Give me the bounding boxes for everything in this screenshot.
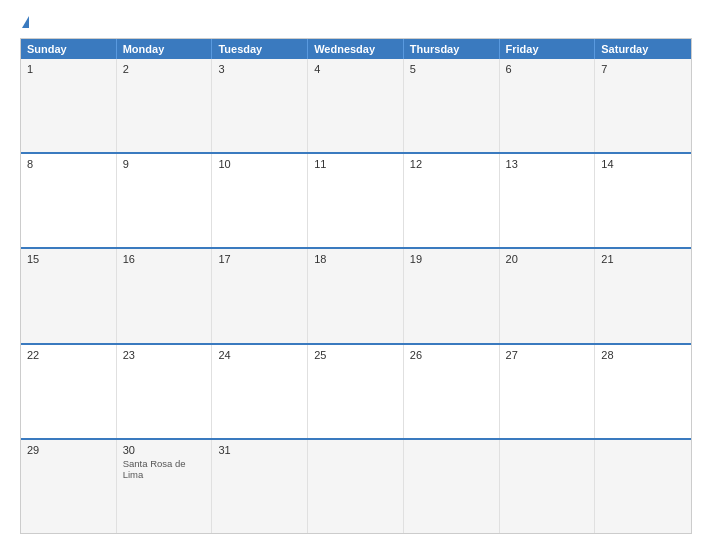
calendar-cell: 12 — [404, 154, 500, 247]
header-tuesday: Tuesday — [212, 39, 308, 59]
day-number: 29 — [27, 444, 110, 456]
calendar-cell — [595, 440, 691, 533]
day-number: 8 — [27, 158, 110, 170]
header-friday: Friday — [500, 39, 596, 59]
calendar-week-4: 22232425262728 — [21, 343, 691, 438]
calendar-cell: 13 — [500, 154, 596, 247]
day-number: 23 — [123, 349, 206, 361]
calendar-header: Sunday Monday Tuesday Wednesday Thursday… — [21, 39, 691, 59]
calendar-cell: 24 — [212, 345, 308, 438]
calendar-cell: 5 — [404, 59, 500, 152]
logo-triangle-icon — [22, 16, 29, 28]
day-number: 16 — [123, 253, 206, 265]
calendar-cell — [500, 440, 596, 533]
calendar-cell: 26 — [404, 345, 500, 438]
calendar-cell: 27 — [500, 345, 596, 438]
holiday-label: Santa Rosa de Lima — [123, 458, 206, 481]
day-number: 31 — [218, 444, 301, 456]
page: Sunday Monday Tuesday Wednesday Thursday… — [0, 0, 712, 550]
day-number: 25 — [314, 349, 397, 361]
calendar-cell: 29 — [21, 440, 117, 533]
day-number: 27 — [506, 349, 589, 361]
day-number: 9 — [123, 158, 206, 170]
calendar-cell: 21 — [595, 249, 691, 342]
calendar-cell: 2 — [117, 59, 213, 152]
calendar-cell: 1 — [21, 59, 117, 152]
calendar-week-2: 891011121314 — [21, 152, 691, 247]
header — [20, 16, 692, 28]
day-number: 18 — [314, 253, 397, 265]
day-number: 19 — [410, 253, 493, 265]
calendar-cell: 15 — [21, 249, 117, 342]
calendar-cell: 20 — [500, 249, 596, 342]
calendar-cell: 11 — [308, 154, 404, 247]
header-monday: Monday — [117, 39, 213, 59]
calendar-cell — [404, 440, 500, 533]
calendar-cell: 28 — [595, 345, 691, 438]
calendar-cell: 8 — [21, 154, 117, 247]
day-number: 4 — [314, 63, 397, 75]
header-saturday: Saturday — [595, 39, 691, 59]
calendar-cell: 16 — [117, 249, 213, 342]
day-number: 1 — [27, 63, 110, 75]
calendar-cell: 10 — [212, 154, 308, 247]
day-number: 24 — [218, 349, 301, 361]
day-number: 6 — [506, 63, 589, 75]
header-thursday: Thursday — [404, 39, 500, 59]
calendar-cell: 14 — [595, 154, 691, 247]
calendar-week-5: 2930Santa Rosa de Lima31 — [21, 438, 691, 533]
day-number: 17 — [218, 253, 301, 265]
day-number: 12 — [410, 158, 493, 170]
calendar-cell: 6 — [500, 59, 596, 152]
calendar-cell: 3 — [212, 59, 308, 152]
calendar-body: 1234567891011121314151617181920212223242… — [21, 59, 691, 533]
day-number: 10 — [218, 158, 301, 170]
day-number: 15 — [27, 253, 110, 265]
calendar-cell: 19 — [404, 249, 500, 342]
calendar-cell: 22 — [21, 345, 117, 438]
day-number: 20 — [506, 253, 589, 265]
calendar-cell: 18 — [308, 249, 404, 342]
calendar-cell — [308, 440, 404, 533]
day-number: 22 — [27, 349, 110, 361]
day-number: 7 — [601, 63, 685, 75]
calendar-cell: 30Santa Rosa de Lima — [117, 440, 213, 533]
day-number: 5 — [410, 63, 493, 75]
calendar-cell: 4 — [308, 59, 404, 152]
day-number: 11 — [314, 158, 397, 170]
header-wednesday: Wednesday — [308, 39, 404, 59]
day-number: 28 — [601, 349, 685, 361]
calendar-cell: 31 — [212, 440, 308, 533]
day-number: 13 — [506, 158, 589, 170]
calendar-cell: 7 — [595, 59, 691, 152]
logo — [20, 16, 29, 28]
calendar-cell: 17 — [212, 249, 308, 342]
calendar: Sunday Monday Tuesday Wednesday Thursday… — [20, 38, 692, 534]
day-number: 26 — [410, 349, 493, 361]
day-number: 14 — [601, 158, 685, 170]
day-number: 21 — [601, 253, 685, 265]
day-number: 30 — [123, 444, 206, 456]
calendar-cell: 25 — [308, 345, 404, 438]
day-number: 2 — [123, 63, 206, 75]
calendar-week-1: 1234567 — [21, 59, 691, 152]
calendar-cell: 9 — [117, 154, 213, 247]
calendar-cell: 23 — [117, 345, 213, 438]
header-sunday: Sunday — [21, 39, 117, 59]
calendar-week-3: 15161718192021 — [21, 247, 691, 342]
day-number: 3 — [218, 63, 301, 75]
